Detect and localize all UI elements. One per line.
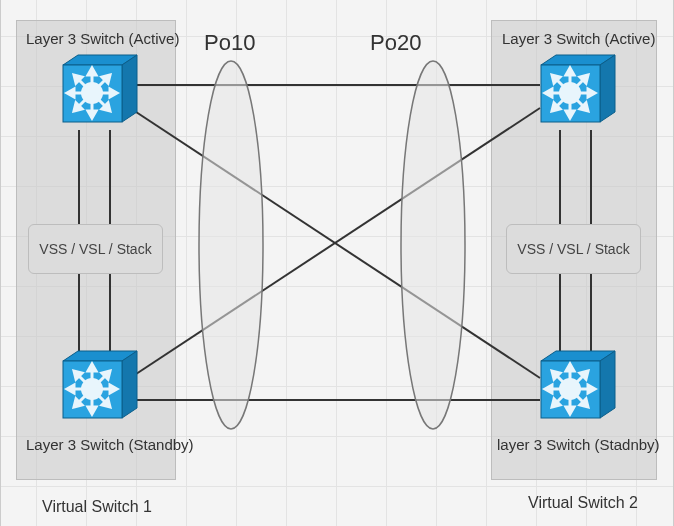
vs1-switch-active-icon [52, 52, 138, 134]
vs2-stack-box: VSS / VSL / Stack [506, 224, 641, 274]
vs2-switch-active-icon [530, 52, 616, 134]
vs2-stack-label: VSS / VSL / Stack [517, 241, 629, 257]
vs2-active-label: Layer 3 Switch (Active) [502, 30, 655, 47]
vs1-stack-label: VSS / VSL / Stack [39, 241, 151, 257]
vs2-standby-label: layer 3 Switch (Stadnby) [497, 436, 660, 453]
svg-marker-51 [600, 55, 615, 122]
vs1-active-label: Layer 3 Switch (Active) [26, 30, 179, 47]
svg-point-9 [401, 61, 465, 429]
svg-marker-31 [122, 351, 137, 418]
vs1-title: Virtual Switch 1 [42, 498, 152, 516]
vs1-switch-standby-icon [52, 348, 138, 430]
vs1-stack-box: VSS / VSL / Stack [28, 224, 163, 274]
po10-ellipse [196, 58, 266, 432]
vs1-standby-label: Layer 3 Switch (Standby) [26, 436, 194, 453]
po20-label: Po20 [370, 30, 421, 56]
svg-point-8 [199, 61, 263, 429]
vs2-switch-standby-icon [530, 348, 616, 430]
po20-ellipse [398, 58, 468, 432]
vs2-title: Virtual Switch 2 [528, 494, 638, 512]
po10-label: Po10 [204, 30, 255, 56]
svg-marker-11 [122, 55, 137, 122]
svg-marker-71 [600, 351, 615, 418]
